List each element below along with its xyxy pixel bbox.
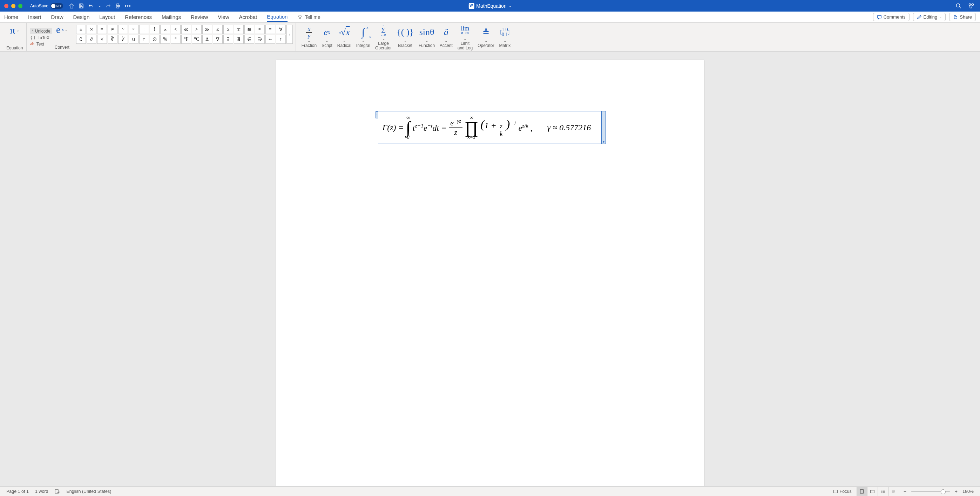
struct-large-operator[interactable]: nΣi=0⌄ Large Operator (373, 24, 394, 51)
maximize-window-button[interactable] (18, 4, 22, 8)
autosave-switch[interactable]: OFF (51, 3, 63, 9)
zoom-slider[interactable] (911, 491, 950, 492)
equation-drag-handle[interactable]: ⋮ (375, 111, 378, 119)
tell-me[interactable]: Tell me (298, 14, 320, 20)
convert-unicode[interactable]: / Unicode (30, 28, 51, 34)
symbols-more-button[interactable]: › (286, 25, 293, 44)
document-page[interactable]: ⋮ ▾ Γ(z) = ∞ ∫ 0 tz−1e−tdt = e−γz z ∞ (276, 60, 704, 486)
symbol-=[interactable]: = (97, 25, 107, 34)
symbol-∩[interactable]: ∩ (139, 35, 149, 44)
status-language[interactable]: English (United States) (66, 489, 111, 494)
search-icon[interactable] (955, 3, 962, 9)
save-icon[interactable] (78, 3, 84, 9)
symbol-∈[interactable]: ∈ (244, 35, 254, 44)
convert-latex[interactable]: { } LaTeX (30, 35, 51, 40)
symbol-∆[interactable]: ∆ (202, 35, 212, 44)
symbol-×[interactable]: × (129, 25, 138, 34)
symbol-∄[interactable]: ∄ (234, 35, 244, 44)
convert-text[interactable]: ab Text (30, 41, 51, 47)
more-icon[interactable]: ••• (125, 3, 131, 9)
tab-equation[interactable]: Equation (267, 12, 288, 22)
focus-mode[interactable]: Focus (833, 489, 852, 494)
status-words[interactable]: 1 word (35, 489, 48, 494)
symbol-∞[interactable]: ∞ (87, 25, 96, 34)
zoom-in-button[interactable]: + (955, 489, 958, 494)
symbol-≠[interactable]: ≠ (108, 25, 118, 34)
symbol-∃[interactable]: ∃ (223, 35, 233, 44)
tab-design[interactable]: Design (73, 13, 90, 21)
symbol-←[interactable]: ← (266, 35, 275, 44)
equation-dropdown-icon[interactable]: ⌄ (16, 29, 19, 32)
equation-editor-box[interactable]: ⋮ ▾ Γ(z) = ∞ ∫ 0 tz−1e−tdt = e−γz z ∞ (378, 111, 606, 144)
status-page[interactable]: Page 1 of 1 (6, 489, 29, 494)
symbol-≤[interactable]: ≤ (213, 25, 223, 34)
symbol-∛[interactable]: ∛ (108, 35, 118, 44)
draft-view-button[interactable] (888, 487, 899, 496)
symbol-÷[interactable]: ÷ (139, 25, 149, 34)
symbol-↑[interactable]: ↑ (276, 35, 286, 44)
print-icon[interactable] (115, 3, 121, 9)
document-title[interactable]: MathEquation ⌄ (468, 3, 511, 9)
share-button[interactable]: Share (949, 13, 976, 21)
zoom-out-button[interactable]: − (904, 489, 906, 494)
tab-insert[interactable]: Insert (28, 13, 41, 21)
symbol-%[interactable]: % (160, 35, 170, 44)
share-quick-icon[interactable] (968, 3, 974, 9)
struct-function[interactable]: sinθ⌄ Function (417, 26, 437, 48)
tab-mailings[interactable]: Mailings (162, 13, 181, 21)
struct-accent[interactable]: ä⌄ Accent (438, 26, 455, 48)
tab-references[interactable]: References (125, 13, 152, 21)
tab-review[interactable]: Review (191, 13, 208, 21)
insert-equation-button[interactable]: π ⌄ (10, 24, 19, 36)
symbol-∜[interactable]: ∜ (118, 35, 128, 44)
minimize-window-button[interactable] (11, 4, 16, 8)
web-layout-view-button[interactable] (867, 487, 878, 496)
symbol-∅[interactable]: ∅ (150, 35, 159, 44)
symbol-≈[interactable]: ≈ (255, 25, 265, 34)
undo-icon[interactable] (88, 3, 94, 9)
tab-view[interactable]: View (218, 13, 229, 21)
tab-draw[interactable]: Draw (51, 13, 64, 21)
struct-radical[interactable]: n√x⌄ Radical (335, 26, 353, 48)
outline-view-button[interactable] (878, 487, 888, 496)
struct-limit[interactable]: limn→∞⌄ Limit and Log (455, 24, 475, 51)
spellcheck-icon[interactable] (54, 489, 60, 494)
symbol-°[interactable]: ° (171, 35, 181, 44)
symbol-≅[interactable]: ≅ (244, 25, 254, 34)
struct-matrix[interactable]: [1 00 1]⌄ Matrix (497, 26, 513, 48)
close-window-button[interactable] (4, 4, 8, 8)
symbol-±[interactable]: ± (76, 25, 86, 34)
struct-integral[interactable]: ∫−xx⌄ Integral (354, 26, 372, 48)
symbol-≡[interactable]: ≡ (266, 25, 275, 34)
autosave-toggle[interactable]: AutoSave OFF (30, 3, 63, 9)
equation-content[interactable]: Γ(z) = ∞ ∫ 0 tz−1e−tdt = e−γz z ∞ ∏ k=1 (378, 111, 606, 144)
symbol-∝[interactable]: ∝ (160, 25, 170, 34)
equation-options-dropdown[interactable]: ▾ (601, 111, 606, 144)
symbol-∓[interactable]: ∓ (234, 25, 244, 34)
symbol-∀[interactable]: ∀ (276, 25, 286, 34)
symbol-°C[interactable]: °C (192, 35, 202, 44)
symbol->[interactable]: > (192, 25, 202, 34)
struct-bracket[interactable]: {( )}⌄ Bracket (395, 26, 416, 48)
symbol-≪[interactable]: ≪ (181, 25, 191, 34)
symbol-≥[interactable]: ≥ (223, 25, 233, 34)
title-dropdown-icon[interactable]: ⌄ (509, 4, 512, 8)
editing-button[interactable]: Editing ⌄ (913, 13, 946, 21)
symbol-<[interactable]: < (171, 25, 181, 34)
struct-fraction[interactable]: xy⌄ Fraction (299, 26, 319, 48)
symbol-∪[interactable]: ∪ (129, 35, 138, 44)
symbol-∇[interactable]: ∇ (213, 35, 223, 44)
symbol-∁[interactable]: ∁ (76, 35, 86, 44)
symbol-≫[interactable]: ≫ (202, 25, 212, 34)
symbol-∂[interactable]: ∂ (87, 35, 96, 44)
symbol-~[interactable]: ~ (118, 25, 128, 34)
redo-icon[interactable] (105, 3, 111, 9)
symbol-![interactable]: ! (150, 25, 159, 34)
struct-script[interactable]: ex⌄ Script (320, 26, 334, 48)
print-layout-view-button[interactable] (857, 487, 867, 496)
struct-operator[interactable]: ≜⌄ Operator (476, 26, 496, 48)
document-canvas[interactable]: ⋮ ▾ Γ(z) = ∞ ∫ 0 tz−1e−tdt = e−γz z ∞ (0, 51, 980, 486)
tab-home[interactable]: Home (4, 13, 18, 21)
symbol-∋[interactable]: ∋ (255, 35, 265, 44)
comments-button[interactable]: Comments (873, 13, 910, 21)
